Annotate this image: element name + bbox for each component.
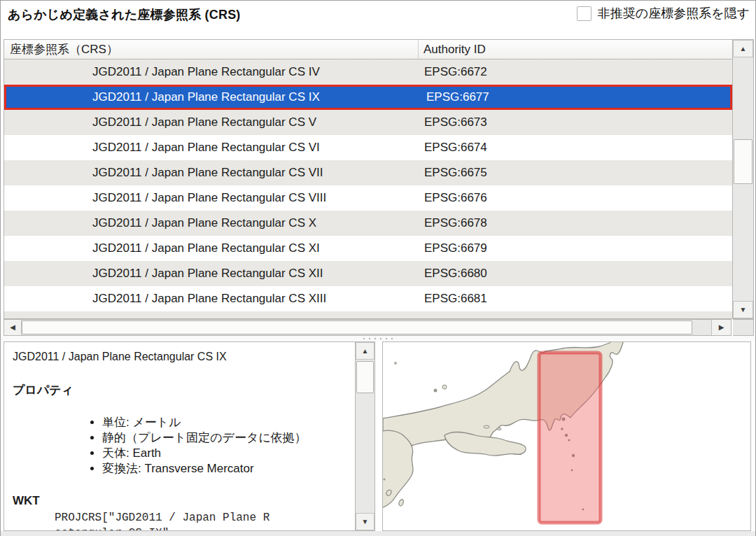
triangle-right-icon: ▶ <box>719 323 724 331</box>
selected-crs-title: JGD2011 / Japan Plane Rectangular CS IX <box>13 351 355 363</box>
splitter-dot <box>374 338 376 339</box>
authority-cell: EPSG:6672 <box>419 59 732 85</box>
table-horizontal-scrollbar[interactable]: ◀ ▶ <box>4 319 732 336</box>
scrollbar-thumb[interactable] <box>22 320 692 334</box>
crs-name-cell: JGD2011 / Japan Plane Rectangular CS XI <box>4 236 419 261</box>
crs-details-content: JGD2011 / Japan Plane Rectangular CS IX … <box>4 342 355 530</box>
authority-cell: EPSG:6673 <box>419 110 732 135</box>
splitter-dot <box>386 338 387 339</box>
table-row[interactable]: JGD2011 / Japan Plane Rectangular CS V E… <box>4 110 732 135</box>
scroll-up-button[interactable]: ▲ <box>733 40 753 57</box>
triangle-down-icon: ▼ <box>362 518 369 526</box>
splitter-dot <box>391 338 393 339</box>
splitter-dot <box>363 338 365 339</box>
triangle-down-icon: ▼ <box>740 306 747 313</box>
properties-heading: プロパティ <box>13 382 355 398</box>
table-vertical-scrollbar[interactable]: ▲ ▼ <box>732 40 753 318</box>
wkt-heading: WKT <box>13 494 355 508</box>
authority-cell: EPSG:6681 <box>419 286 732 311</box>
scroll-up-button[interactable]: ▲ <box>356 342 374 360</box>
crs-extent-rectangle <box>539 353 601 523</box>
table-row[interactable]: JGD2011 / Japan Plane Rectangular CS XI … <box>4 236 732 261</box>
details-vertical-scrollbar[interactable]: ▲ ▼ <box>355 342 374 530</box>
crs-name-cell: JGD2011 / Japan Plane Rectangular CS VI <box>4 135 419 160</box>
scrollbar-corner <box>733 319 754 336</box>
japan-map-preview <box>383 342 750 530</box>
authority-cell: EPSG:6676 <box>419 185 732 211</box>
table-row-selected[interactable]: JGD2011 / Japan Plane Rectangular CS IX … <box>4 85 732 110</box>
dialog-topbar: あらかじめ定義された座標参照系 (CRS) 非推奨の座標参照系を隠す <box>1 1 755 38</box>
authority-cell: EPSG:6675 <box>419 160 732 185</box>
table-row[interactable]: JGD2011 / Japan Plane Rectangular CS XII… <box>4 261 732 286</box>
crs-name-cell: JGD2011 / Japan Plane Rectangular CS V <box>4 110 419 135</box>
authority-cell: EPSG:6680 <box>419 261 732 286</box>
table-rows: JGD2011 / Japan Plane Rectangular CS IV … <box>4 59 732 318</box>
authority-cell: EPSG:6678 <box>419 211 732 236</box>
scroll-left-button[interactable]: ◀ <box>4 320 22 335</box>
property-item: 天体: Earth <box>102 446 355 461</box>
crs-name-cell: JGD2011 / Japan Plane Rectangular CS X <box>4 211 419 236</box>
column-header-crs[interactable]: 座標参照系（CRS） <box>4 40 419 59</box>
authority-cell: EPSG:6677 <box>421 87 730 108</box>
pane-splitter[interactable] <box>1 336 755 341</box>
crs-name-cell: JGD2011 / Japan Plane Rectangular CS XII <box>4 261 419 286</box>
crs-extent-map-panel <box>382 341 751 531</box>
table-header: 座標参照系（CRS） Authority ID <box>4 40 732 59</box>
wkt-code: PROJCRS["JGD2011 / Japan Plane R ectangu… <box>55 510 355 530</box>
triangle-up-icon: ▲ <box>362 347 369 355</box>
scrollbar-thumb[interactable] <box>734 139 752 184</box>
table-row[interactable]: JGD2011 / Japan Plane Rectangular CS VII… <box>4 160 732 185</box>
table-row[interactable]: JGD2011 / Japan Plane Rectangular CS VI … <box>4 135 732 160</box>
triangle-left-icon: ◀ <box>10 323 15 331</box>
crs-name-cell: JGD2011 / Japan Plane Rectangular CS VII… <box>4 185 419 211</box>
table-row[interactable]: JGD2011 / Japan Plane Rectangular CS VII… <box>4 185 732 211</box>
scroll-right-button[interactable]: ▶ <box>711 320 731 335</box>
authority-cell: EPSG:6679 <box>419 236 732 261</box>
scroll-down-button[interactable]: ▼ <box>356 513 374 530</box>
dialog-bottom-strip <box>1 531 755 536</box>
table-row[interactable]: JGD2011 / Japan Plane Rectangular CS IV … <box>4 59 732 85</box>
column-header-authority[interactable]: Authority ID <box>419 40 732 59</box>
crs-name-cell: JGD2011 / Japan Plane Rectangular CS XII… <box>4 286 419 311</box>
crs-name-cell: JGD2011 / Japan Plane Rectangular CS IV <box>4 59 419 85</box>
splitter-dot <box>380 338 382 339</box>
properties-list: 単位: メートル 静的（プレート固定のデータに依拠） 天体: Earth 変換法… <box>102 415 355 477</box>
crs-selection-dialog: あらかじめ定義された座標参照系 (CRS) 非推奨の座標参照系を隠す 座標参照系… <box>0 0 756 536</box>
property-item: 静的（プレート固定のデータに依拠） <box>102 430 355 446</box>
crs-details-panel: JGD2011 / Japan Plane Rectangular CS IX … <box>4 341 375 531</box>
hide-deprecated-label: 非推奨の座標参照系を隠す <box>598 5 750 22</box>
table-row[interactable]: JGD2011 / Japan Plane Rectangular CS XII… <box>4 286 732 311</box>
scrollbar-thumb[interactable] <box>356 361 374 393</box>
table-row-partial <box>4 311 732 318</box>
property-item: 変換法: Transverse Mercator <box>102 461 355 477</box>
hide-deprecated-option: 非推奨の座標参照系を隠す <box>577 4 750 22</box>
hide-deprecated-checkbox[interactable] <box>577 6 592 21</box>
crs-name-cell: JGD2011 / Japan Plane Rectangular CS IX <box>6 87 421 108</box>
authority-cell: EPSG:6674 <box>419 135 732 160</box>
scroll-down-button[interactable]: ▼ <box>733 301 753 318</box>
table-row[interactable]: JGD2011 / Japan Plane Rectangular CS X E… <box>4 211 732 236</box>
page-title: あらかじめ定義された座標参照系 (CRS) <box>8 6 241 23</box>
triangle-up-icon: ▲ <box>740 45 747 52</box>
property-item: 単位: メートル <box>102 415 355 430</box>
crs-name-cell: JGD2011 / Japan Plane Rectangular CS VII <box>4 160 419 185</box>
crs-table: 座標参照系（CRS） Authority ID JGD2011 / Japan … <box>4 39 754 319</box>
splitter-dot <box>369 338 370 339</box>
